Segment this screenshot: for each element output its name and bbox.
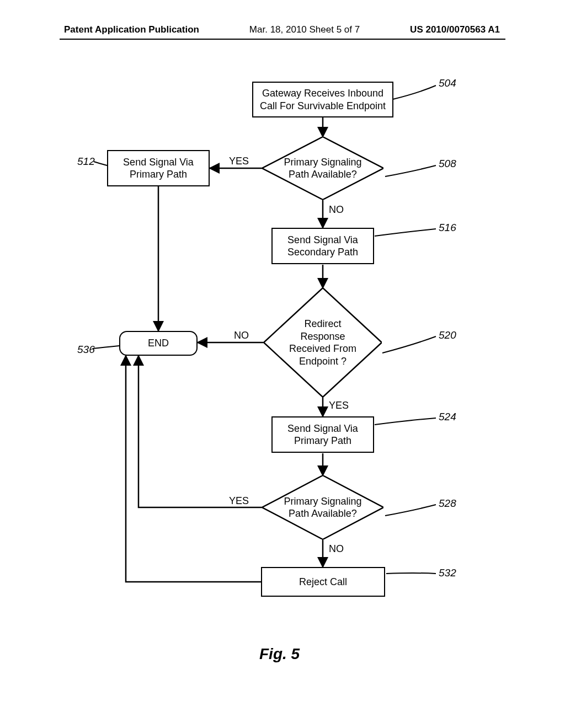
node-504: Gateway Receives Inbound Call For Surviv…: [252, 82, 393, 117]
node-504-text: Gateway Receives Inbound Call For Surviv…: [260, 87, 386, 112]
edge-520-no: NO: [234, 330, 249, 341]
node-508: Primary Signaling Path Available?: [262, 137, 263, 137]
ref-512: 512: [77, 156, 95, 168]
edge-508-yes: YES: [229, 156, 249, 167]
figure-caption: Fig. 5: [259, 645, 300, 663]
ref-524: 524: [439, 411, 456, 423]
node-536-text: END: [148, 337, 169, 350]
ref-516: 516: [439, 222, 456, 234]
node-512: Send Signal Via Primary Path: [107, 150, 210, 186]
node-520: Redirect Response Received From Endpoint…: [264, 288, 264, 288]
ref-520: 520: [439, 329, 456, 341]
node-508-text: Primary Signaling Path Available?: [284, 156, 361, 181]
node-516-text: Send Signal Via Secondary Path: [287, 234, 358, 259]
flowchart-canvas: Gateway Receives Inbound Call For Surviv…: [0, 0, 565, 728]
edge-528-yes: YES: [229, 495, 249, 507]
ref-528: 528: [439, 497, 456, 510]
node-532-text: Reject Call: [299, 576, 347, 588]
ref-508: 508: [439, 158, 456, 170]
node-536: END: [119, 331, 198, 356]
ref-536: 536: [77, 344, 95, 356]
node-512-text: Send Signal Via Primary Path: [123, 156, 194, 181]
node-524: Send Signal Via Primary Path: [271, 416, 374, 453]
node-516: Send Signal Via Secondary Path: [271, 228, 374, 264]
node-520-text: Redirect Response Received From Endpoint…: [289, 318, 356, 367]
ref-532: 532: [439, 567, 456, 579]
edge-520-yes: YES: [329, 400, 349, 411]
ref-504: 504: [439, 77, 456, 89]
node-524-text: Send Signal Via Primary Path: [287, 422, 358, 447]
edge-528-no: NO: [329, 543, 344, 555]
edge-508-no: NO: [329, 204, 344, 216]
node-528-text: Primary Signaling Path Available?: [284, 495, 361, 520]
node-532: Reject Call: [261, 567, 385, 597]
node-528: Primary Signaling Path Available?: [262, 475, 263, 476]
